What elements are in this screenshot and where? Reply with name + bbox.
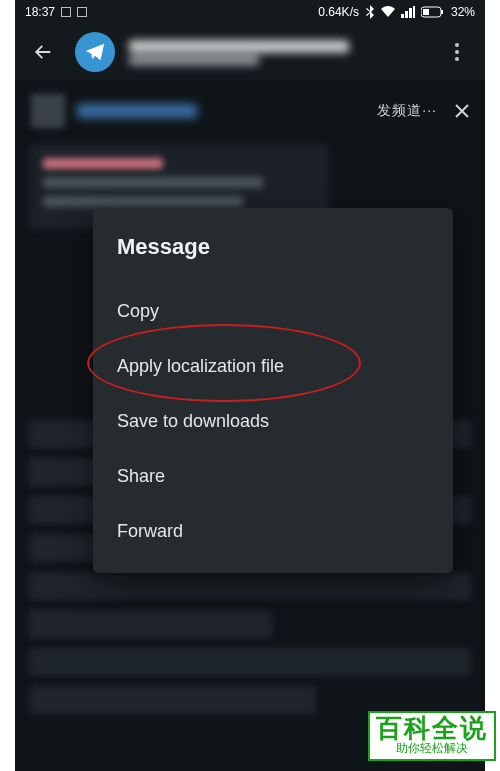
- dialog-item-save-downloads[interactable]: Save to downloads: [117, 394, 429, 449]
- chat-title-block[interactable]: [129, 40, 425, 65]
- watermark-badge: 百科全说 助你轻松解决: [368, 711, 496, 761]
- pinned-bar: 发频道···: [15, 88, 485, 138]
- more-menu-button[interactable]: [439, 34, 475, 70]
- dialog-item-share[interactable]: Share: [117, 449, 429, 504]
- watermark-sub: 助你轻松解决: [396, 742, 468, 755]
- status-bar: 18:37 0.64K/s 32%: [15, 0, 485, 24]
- phone-screen: 18:37 0.64K/s 32%: [15, 0, 485, 771]
- dialog-title: Message: [117, 234, 429, 260]
- wifi-icon: [381, 6, 395, 18]
- dialog-item-forward[interactable]: Forward: [117, 504, 429, 559]
- chat-avatar[interactable]: [75, 32, 115, 72]
- svg-rect-1: [441, 10, 443, 14]
- close-icon: [453, 102, 471, 120]
- pinned-close-button[interactable]: [453, 102, 471, 120]
- svg-point-4: [455, 50, 459, 54]
- status-battery-mini-icon: [77, 7, 87, 17]
- arrow-left-icon: [32, 41, 54, 63]
- telegram-plane-icon: [84, 41, 106, 63]
- more-vertical-icon: [455, 43, 459, 61]
- signal-icon: [401, 6, 415, 18]
- status-netspeed: 0.64K/s: [318, 5, 359, 19]
- watermark-main: 百科全说: [376, 715, 488, 742]
- dialog-item-copy[interactable]: Copy: [117, 284, 429, 339]
- bluetooth-icon: [365, 5, 375, 19]
- status-battery-pct: 32%: [451, 5, 475, 19]
- pinned-channel-label[interactable]: 发频道···: [377, 102, 437, 120]
- battery-icon: [421, 6, 445, 18]
- status-sim-icon: [61, 7, 71, 17]
- pinned-thumbnail: [31, 94, 65, 128]
- pinned-message-text: [77, 104, 197, 118]
- svg-point-3: [455, 43, 459, 47]
- back-button[interactable]: [25, 34, 61, 70]
- message-context-dialog: Message Copy Apply localization file Sav…: [93, 208, 453, 573]
- svg-point-5: [455, 57, 459, 61]
- dialog-item-apply-localization[interactable]: Apply localization file: [117, 339, 429, 394]
- app-bar: [15, 24, 485, 80]
- svg-rect-2: [423, 9, 429, 15]
- status-time: 18:37: [25, 5, 55, 19]
